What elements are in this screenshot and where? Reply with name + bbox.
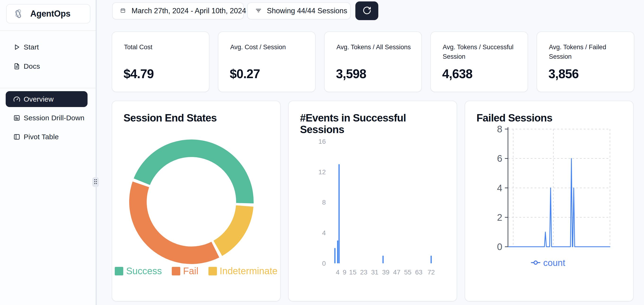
donut-chart [125, 135, 258, 268]
stat-label: Avg. Cost / Session [230, 42, 305, 52]
date-range-label: March 27th, 2024 - April 10th, 2024 [132, 7, 246, 15]
events-histogram-card: #Events in Successful Sessions 048121649… [288, 101, 457, 301]
stat-label: Total Cost [124, 42, 198, 52]
calendar-icon [120, 8, 126, 14]
legend-label: Indeterminate [220, 266, 278, 276]
svg-text:9: 9 [343, 268, 346, 276]
stat-card-avg-tokens-successful: Avg. Tokens / Successful Session 4,638 [430, 32, 528, 92]
sidebar-item-label: Docs [24, 62, 40, 70]
svg-text:23: 23 [360, 268, 368, 276]
svg-text:6: 6 [497, 153, 502, 164]
stat-card-total-cost: Total Cost $4.79 [112, 32, 210, 92]
stat-label: Avg. Tokens / Failed Session [549, 42, 624, 61]
svg-text:8: 8 [322, 199, 326, 206]
gauge-icon [13, 96, 20, 103]
session-end-states-card: Session End States Success Fail Indeterm… [112, 101, 280, 301]
document-icon [13, 63, 20, 70]
panel-columns-icon [13, 133, 20, 140]
svg-text:55: 55 [404, 268, 412, 276]
legend-item-fail: Fail [172, 266, 198, 276]
list-box-icon [13, 114, 20, 122]
legend-swatch [208, 267, 217, 275]
stat-value: $0.27 [230, 67, 260, 81]
donut-legend: Success Fail Indeterminate [112, 266, 280, 276]
sidebar-item-pivot-table[interactable]: Pivot Table [6, 130, 88, 144]
svg-text:72: 72 [428, 268, 435, 276]
svg-text:39: 39 [382, 268, 390, 276]
legend-label: Success [126, 266, 162, 276]
sidebar-item-overview[interactable]: Overview [6, 91, 88, 107]
sidebar-item-session-drill-down[interactable]: Session Drill-Down [6, 111, 88, 125]
stat-label: Avg. Tokens / Successful Session [443, 42, 517, 61]
sidebar-border [96, 0, 97, 305]
sidebar: AgentOps Start Docs Overview [0, 0, 96, 305]
legend-label: Fail [183, 266, 198, 276]
stat-value: 3,598 [336, 67, 366, 81]
failed-sessions-card: Failed Sessions 02468count [465, 101, 634, 301]
stat-value: 4,638 [442, 67, 472, 81]
svg-text:4: 4 [322, 229, 326, 236]
sessions-filter-button[interactable]: Showing 44/44 Sessions [247, 2, 351, 20]
refresh-button[interactable] [355, 2, 378, 20]
sidebar-item-docs[interactable]: Docs [6, 60, 88, 73]
sessions-filter-label: Showing 44/44 Sessions [267, 7, 347, 15]
stat-value: $4.79 [124, 67, 154, 81]
svg-text:0: 0 [497, 241, 502, 252]
legend-item-indeterminate: Indeterminate [208, 266, 278, 276]
filter-icon [255, 7, 262, 15]
svg-text:count: count [543, 258, 565, 268]
stat-card-avg-tokens-all: Avg. Tokens / All Sessions 3,598 [324, 32, 422, 92]
svg-text:63: 63 [415, 268, 422, 276]
svg-text:2: 2 [497, 212, 502, 223]
histogram-chart: 0481216491523313947556372 [289, 101, 458, 301]
brand-name: AgentOps [30, 9, 70, 19]
svg-text:8: 8 [497, 124, 502, 134]
svg-text:4: 4 [497, 183, 502, 193]
refresh-icon [362, 6, 372, 16]
brand[interactable]: AgentOps [6, 4, 90, 24]
chart-title: Session End States [124, 112, 266, 124]
svg-text:4: 4 [336, 268, 340, 276]
svg-text:15: 15 [349, 268, 356, 276]
grip-dots-icon [94, 179, 98, 185]
legend-swatch [172, 267, 180, 275]
svg-text:0: 0 [322, 260, 326, 267]
stat-value: 3,856 [548, 67, 579, 81]
sidebar-divider-top [0, 30, 96, 31]
svg-text:16: 16 [318, 138, 326, 145]
legend-item-success: Success [115, 266, 162, 276]
play-icon [13, 44, 20, 51]
svg-text:12: 12 [318, 168, 326, 176]
stat-card-avg-cost-session: Avg. Cost / Session $0.27 [218, 32, 316, 92]
stat-card-avg-tokens-failed: Avg. Tokens / Failed Session 3,856 [536, 32, 634, 92]
stat-label: Avg. Tokens / All Sessions [336, 42, 411, 52]
sidebar-item-label: Start [24, 43, 39, 51]
line-chart: 02468count [465, 101, 634, 301]
date-range-button[interactable]: March 27th, 2024 - April 10th, 2024 [112, 2, 244, 20]
sidebar-item-label: Pivot Table [24, 133, 59, 141]
sidebar-item-label: Session Drill-Down [24, 114, 84, 122]
sidebar-divider-main [0, 88, 96, 88]
svg-text:31: 31 [371, 268, 378, 276]
agentops-paperclip-logo-icon [13, 8, 24, 19]
sidebar-item-label: Overview [24, 95, 54, 103]
svg-text:47: 47 [393, 268, 400, 276]
sidebar-resize-handle[interactable] [92, 177, 99, 187]
legend-swatch [115, 267, 123, 275]
sidebar-item-start[interactable]: Start [6, 40, 88, 54]
